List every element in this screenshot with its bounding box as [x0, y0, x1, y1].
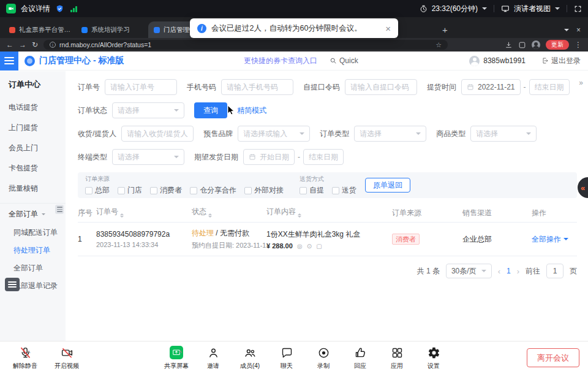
- pickup-code-input[interactable]: [345, 79, 417, 95]
- settings-button[interactable]: 设置: [417, 345, 450, 370]
- expect-start-date-input[interactable]: 开始日期: [243, 149, 295, 165]
- view-mode-selector[interactable]: 演讲者视图: [514, 4, 551, 14]
- checkbox-source-store[interactable]: 门店: [118, 185, 142, 196]
- fullscreen-icon[interactable]: [574, 5, 582, 13]
- forward-icon[interactable]: →: [19, 41, 26, 48]
- table-header-row: 序号 订单号 状态 订单内容 订单来源 销售渠道 操作: [78, 204, 577, 223]
- tab-favicon: [81, 27, 88, 33]
- header-status[interactable]: 状态: [192, 207, 266, 220]
- sidebar-item-city-delivery-orders[interactable]: 同城配送订单: [0, 224, 66, 242]
- phone-input[interactable]: [221, 79, 293, 95]
- checkbox-source-external[interactable]: 外部对接: [244, 185, 284, 196]
- record-button[interactable]: 录制: [307, 345, 340, 370]
- url-input[interactable]: i rnd.maboy.cn/AllOrder?status=1 ☆: [43, 40, 448, 50]
- browser-menu-icon[interactable]: ⋮: [575, 41, 582, 48]
- current-page[interactable]: 1: [507, 267, 511, 275]
- download-icon[interactable]: [505, 41, 513, 49]
- goto-page-input[interactable]: [546, 264, 564, 278]
- floating-list-button[interactable]: [5, 278, 20, 291]
- header-order-no[interactable]: 订单号: [96, 207, 192, 220]
- app-title: 门店管理中心 - 标准版: [39, 55, 124, 66]
- all-actions-dropdown[interactable]: 全部操作: [532, 234, 568, 245]
- invite-button[interactable]: 邀请: [197, 345, 230, 370]
- goods-type-select[interactable]: 请选择: [470, 126, 537, 142]
- timer-chevron-down-icon[interactable]: [482, 7, 487, 12]
- web-page: 门店管理中心 - 标准版 更快捷的券卡查询入口 Quick 8385wb1991: [0, 52, 588, 341]
- sort-icon[interactable]: [120, 212, 124, 220]
- chat-button[interactable]: 聊天: [270, 345, 303, 370]
- pickup-start-date-input[interactable]: 2022-11-21: [461, 79, 521, 95]
- checkbox-source-warehouse-share[interactable]: 仓分享合作: [190, 185, 236, 196]
- order-no-input[interactable]: [105, 79, 177, 95]
- expect-end-date-input[interactable]: 结束日期: [303, 149, 344, 165]
- sidebar-item-phone-pickup[interactable]: 电话提货: [0, 97, 66, 118]
- date-range-separator: -: [524, 83, 526, 91]
- phone-label: 手机号码: [187, 82, 216, 93]
- hamburger-menu-button[interactable]: [0, 52, 18, 71]
- share-screen-button[interactable]: ^ 共享屏幕: [160, 345, 193, 370]
- coupon-query-link[interactable]: 更快捷的券卡查询入口: [244, 56, 317, 66]
- quick-search[interactable]: Quick: [330, 56, 358, 65]
- extensions-icon[interactable]: [518, 41, 526, 49]
- sidebar-item-card-pickup[interactable]: 卡包提货: [0, 158, 66, 178]
- browser-profile-icon[interactable]: [532, 40, 540, 49]
- sort-icon[interactable]: [298, 212, 301, 220]
- browser-tab[interactable]: 系统培训学习: [76, 21, 148, 38]
- meeting-timer[interactable]: 23:32(60分钟): [432, 4, 478, 14]
- checkbox-delivery-pickup[interactable]: 自提: [300, 185, 324, 196]
- search-button[interactable]: 查询: [194, 102, 227, 118]
- bookmark-star-icon[interactable]: ☆: [435, 41, 442, 49]
- sidebar-item-door-pickup[interactable]: 上门提货: [0, 118, 66, 138]
- reload-icon[interactable]: ↻: [32, 41, 38, 48]
- browser-update-button[interactable]: 更新: [546, 40, 569, 50]
- order-list-main: » 订单号 手机号码 自提口令码: [66, 71, 588, 341]
- checkbox-source-hq[interactable]: 总部: [85, 185, 110, 196]
- sidebar-item-pending-orders[interactable]: 待处理订单: [0, 242, 66, 259]
- receiver-input[interactable]: [121, 126, 194, 142]
- page-size-select[interactable]: 30条/页: [446, 264, 492, 278]
- order-source-label: 订单来源: [85, 175, 284, 183]
- start-video-button[interactable]: ^ 开启视频: [50, 345, 83, 370]
- sidebar-item-batch-verify[interactable]: 批量核销: [0, 178, 66, 199]
- prev-page-button[interactable]: ‹: [498, 267, 500, 276]
- checkbox-delivery-deliver[interactable]: 送货: [332, 185, 356, 196]
- expect-date-label: 期望发货日期: [194, 152, 238, 162]
- apps-button[interactable]: 应用: [380, 345, 413, 370]
- chevron-up-icon[interactable]: ^: [27, 349, 30, 356]
- simple-mode-link[interactable]: 精简模式: [237, 105, 266, 116]
- original-order-return-button[interactable]: 原单退回: [365, 178, 410, 193]
- status-extra: / 无需付款: [216, 229, 249, 237]
- chevron-up-icon[interactable]: ^: [179, 349, 182, 356]
- tab-search-chevron-icon[interactable]: [564, 29, 569, 34]
- view-mode-chevron-down-icon[interactable]: [555, 7, 560, 12]
- sidebar-drag-handle[interactable]: [55, 205, 64, 214]
- sidebar-item-member-visit[interactable]: 会员上门: [0, 138, 66, 158]
- browser-tab[interactable]: 礼盒票券平台管理中心: [4, 21, 76, 38]
- toast-close-icon[interactable]: ×: [385, 23, 391, 34]
- header-content[interactable]: 订单内容: [266, 207, 392, 220]
- terminal-type-select[interactable]: 请选择: [112, 149, 184, 165]
- back-icon[interactable]: ←: [6, 41, 13, 48]
- user-avatar[interactable]: [469, 56, 480, 66]
- brand-select[interactable]: 请选择或输入: [238, 126, 310, 142]
- next-page-button[interactable]: ›: [517, 267, 519, 276]
- calendar-icon: [467, 83, 474, 91]
- checkbox-source-consumer[interactable]: 消费者: [150, 185, 182, 196]
- sidebar-item-all-orders[interactable]: 全部订单: [0, 259, 66, 277]
- pickup-end-date-input[interactable]: 结束日期: [529, 79, 570, 95]
- logout-button[interactable]: 退出登录: [541, 56, 581, 66]
- unmute-button[interactable]: ^ 解除静音: [9, 345, 42, 370]
- chevron-up-icon[interactable]: ^: [69, 349, 72, 356]
- leave-meeting-button[interactable]: 离开会议: [527, 348, 579, 367]
- members-button[interactable]: 成员(4): [233, 345, 266, 370]
- site-info-icon[interactable]: i: [50, 42, 56, 48]
- meeting-details-link[interactable]: 会议详情: [21, 4, 50, 14]
- window-close-button[interactable]: ×: [576, 26, 581, 34]
- order-status-select[interactable]: 请选择: [112, 102, 184, 118]
- reaction-button[interactable]: 回应: [344, 345, 377, 370]
- new-tab-button[interactable]: +: [442, 25, 448, 35]
- cell-index: 1: [78, 235, 96, 243]
- order-type-select[interactable]: 请选择: [354, 126, 426, 142]
- sort-icon[interactable]: [208, 212, 212, 220]
- collapse-filters-icon[interactable]: »: [579, 78, 582, 87]
